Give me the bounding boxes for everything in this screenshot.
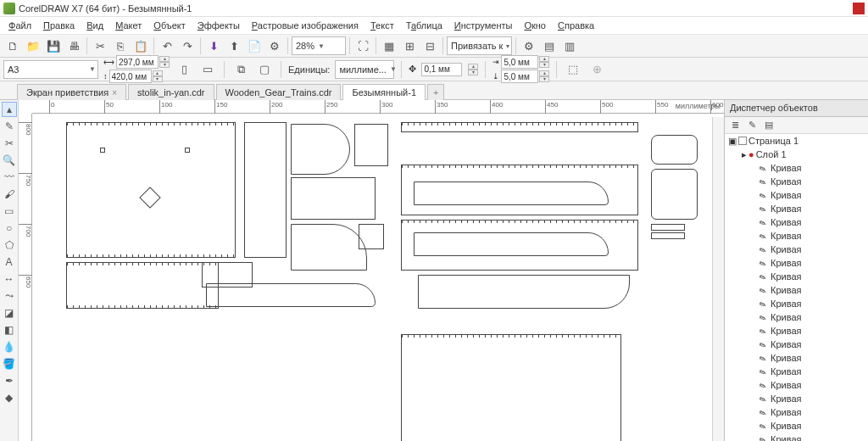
transparency-tool[interactable]: ◧: [2, 322, 17, 338]
curve-shape[interactable]: [185, 148, 190, 153]
tree-curve-item[interactable]: ✎Кривая: [725, 310, 868, 324]
height-spinner[interactable]: ▴▾: [153, 70, 163, 82]
color-palette[interactable]: [712, 117, 724, 441]
user-icon[interactable]: [853, 3, 865, 14]
snap-dropdown[interactable]: Привязать к▾: [447, 36, 512, 55]
docker2-button[interactable]: ▥: [560, 36, 579, 55]
tab-doc-1[interactable]: stolik_in-yan.cdr: [128, 84, 214, 100]
tree-curve-item[interactable]: ✎Кривая: [725, 215, 868, 229]
portrait-button[interactable]: ▯: [175, 60, 193, 79]
layer-mgr-icon[interactable]: ▤: [762, 119, 776, 132]
curve-shape[interactable]: [418, 275, 630, 309]
dup-x-input[interactable]: [501, 55, 538, 69]
rulers-button[interactable]: ▦: [380, 36, 398, 55]
page-preset-dropdown[interactable]: A3▼: [3, 60, 98, 79]
units-dropdown[interactable]: миллиме...▼: [335, 60, 394, 79]
tree-curve-item[interactable]: ✎Кривая: [725, 202, 868, 215]
tab-doc-3[interactable]: Безымянный-1: [342, 84, 426, 100]
menu-bitmap[interactable]: Растровые изображения: [247, 19, 364, 32]
text-tool[interactable]: A: [2, 254, 17, 270]
tree-curve-item[interactable]: ✎Кривая: [725, 324, 868, 338]
new-button[interactable]: 🗋: [3, 36, 22, 55]
save-button[interactable]: 💾: [44, 36, 63, 55]
ellipse-tool[interactable]: ○: [2, 220, 17, 236]
page-height-input[interactable]: [109, 70, 152, 83]
tab-add-button[interactable]: +: [427, 84, 444, 100]
trap-button[interactable]: ⬚: [564, 60, 582, 79]
curve-shape[interactable]: [359, 224, 384, 249]
tree-curve-item[interactable]: ✎Кривая: [725, 419, 868, 433]
zoom-dropdown[interactable]: 28%▼: [292, 36, 346, 55]
curve-shape[interactable]: [100, 148, 105, 153]
curve-shape[interactable]: [651, 224, 685, 231]
open-button[interactable]: 📁: [24, 36, 42, 55]
tree-page[interactable]: ▣Страница 1: [725, 134, 868, 148]
tree-curve-item[interactable]: ✎Кривая: [725, 297, 868, 310]
cut-button[interactable]: ✂: [91, 36, 109, 55]
freehand-tool[interactable]: 〰: [2, 170, 17, 185]
pick-tool[interactable]: ▴: [2, 102, 17, 117]
tree-curve-item[interactable]: ✎Кривая: [725, 229, 868, 243]
menu-table[interactable]: Таблица: [401, 19, 448, 32]
grid-button[interactable]: ⊞: [400, 36, 419, 55]
menu-file[interactable]: ФФайлайл: [3, 19, 36, 32]
smart-fill-tool[interactable]: ◆: [2, 390, 17, 405]
curve-shape[interactable]: [291, 224, 367, 271]
zoom-tool[interactable]: 🔍: [2, 153, 17, 168]
polygon-tool[interactable]: ⬠: [2, 237, 17, 253]
tree-curve-item[interactable]: ✎Кривая: [725, 188, 868, 202]
menu-tools[interactable]: Инструменты: [449, 19, 518, 32]
edit-layers-icon[interactable]: ✎: [745, 119, 759, 132]
dup-x-spinner[interactable]: ▴▾: [539, 56, 549, 68]
nudge-spinner[interactable]: ▴▾: [468, 64, 478, 75]
paste-button[interactable]: 📋: [131, 36, 150, 55]
curve-shape[interactable]: [354, 124, 388, 166]
curve-shape[interactable]: [206, 283, 376, 307]
eyedropper-tool[interactable]: 💧: [2, 339, 17, 354]
curve-shape[interactable]: [66, 262, 219, 309]
tree-curve-item[interactable]: ✎Кривая: [725, 392, 868, 405]
guidelines-button[interactable]: ⊟: [420, 36, 439, 55]
tab-doc-2[interactable]: Wooden_Gear_Trains.cdr: [216, 84, 342, 100]
menu-window[interactable]: Окно: [519, 19, 551, 32]
crop-tool[interactable]: ✂: [2, 136, 17, 151]
width-spinner[interactable]: ▴▾: [159, 56, 170, 68]
current-page-button[interactable]: ▢: [255, 60, 274, 79]
print-button[interactable]: 🖶: [64, 36, 83, 55]
drop-shadow-tool[interactable]: ◪: [2, 305, 17, 321]
fullscreen-button[interactable]: ⛶: [353, 36, 372, 55]
export-button[interactable]: ⬆: [225, 36, 243, 55]
tree-curve-item[interactable]: ✎Кривая: [725, 256, 868, 270]
fill-tool[interactable]: 🪣: [2, 356, 17, 371]
menu-object[interactable]: Объект: [148, 19, 190, 32]
tree-curve-item[interactable]: ✎Кривая: [725, 270, 868, 283]
tree-curve-item[interactable]: ✎Кривая: [725, 175, 868, 188]
menu-edit[interactable]: Правка: [38, 19, 80, 32]
tab-welcome[interactable]: Экран приветствия×: [17, 84, 126, 100]
curve-shape[interactable]: [401, 334, 621, 441]
import-button[interactable]: ⬇: [204, 36, 223, 55]
dup-y-spinner[interactable]: ▴▾: [539, 70, 549, 82]
drawing-canvas[interactable]: [32, 114, 724, 441]
tree-curve-item[interactable]: ✎Кривая: [725, 365, 868, 378]
undo-button[interactable]: ↶: [158, 36, 176, 55]
object-tree[interactable]: ▣Страница 1 ▸●Слой 1 ✎Кривая✎Кривая✎Крив…: [725, 134, 868, 441]
menu-view[interactable]: Вид: [81, 19, 108, 32]
options-button[interactable]: ⚙: [520, 36, 538, 55]
menu-effects[interactable]: Эффекты: [192, 19, 245, 32]
outline-tool[interactable]: ✒: [2, 373, 17, 388]
curve-shape[interactable]: [244, 122, 287, 258]
menu-help[interactable]: Справка: [553, 19, 599, 32]
connector-tool[interactable]: ⤳: [2, 288, 17, 304]
curve-shape[interactable]: [291, 124, 350, 175]
tree-layer[interactable]: ▸●Слой 1: [725, 148, 868, 161]
dimension-tool[interactable]: ↔: [2, 271, 17, 287]
docker1-button[interactable]: ▤: [540, 36, 559, 55]
tree-curve-item[interactable]: ✎Кривая: [725, 405, 868, 419]
menu-text[interactable]: Текст: [365, 19, 399, 32]
tree-curve-item[interactable]: ✎Кривая: [725, 378, 868, 392]
app-launcher-button[interactable]: ⚙: [265, 36, 284, 55]
artistic-tool[interactable]: 🖌: [2, 187, 17, 202]
menu-layout[interactable]: Макет: [110, 19, 147, 32]
add-button[interactable]: ⊕: [587, 60, 606, 79]
